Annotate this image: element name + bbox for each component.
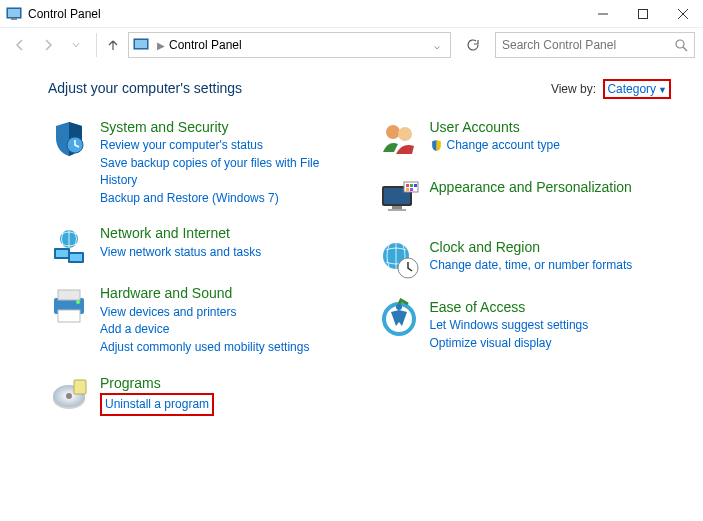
content-area: Adjust your computer's settings View by:…	[0, 62, 703, 434]
svg-point-25	[386, 125, 400, 139]
up-button[interactable]	[96, 33, 120, 57]
category-system-security: System and Security Review your computer…	[48, 118, 342, 206]
chevron-down-icon: ▼	[658, 85, 667, 95]
svg-rect-18	[58, 290, 80, 300]
window-title: Control Panel	[28, 7, 583, 21]
refresh-button[interactable]	[459, 32, 487, 58]
right-column: User Accounts Change account type Appear…	[378, 118, 672, 416]
svg-rect-1	[8, 9, 20, 17]
breadcrumb-text[interactable]: Control Panel	[169, 38, 242, 52]
category-programs: Programs Uninstall a program	[48, 374, 342, 416]
navigation-bar: ▶ Control Panel ⌵	[0, 28, 703, 62]
forward-button[interactable]	[36, 33, 60, 57]
svg-rect-4	[639, 9, 648, 18]
category-link[interactable]: Add a device	[100, 321, 309, 338]
svg-rect-36	[410, 188, 413, 191]
chevron-right-icon: ▶	[157, 40, 165, 51]
address-dropdown[interactable]: ⌵	[428, 40, 446, 51]
category-ease-of-access: Ease of Access Let Windows suggest setti…	[378, 298, 672, 352]
search-input[interactable]	[502, 38, 675, 52]
svg-point-20	[76, 300, 80, 304]
category-title[interactable]: System and Security	[100, 118, 342, 136]
back-button[interactable]	[8, 33, 32, 57]
view-by: View by: Category▼	[551, 82, 671, 96]
category-title[interactable]: Programs	[100, 374, 214, 392]
svg-rect-2	[11, 18, 17, 20]
svg-rect-33	[410, 184, 413, 187]
svg-point-9	[676, 40, 684, 48]
shield-icon	[48, 118, 90, 160]
category-link[interactable]: Save backup copies of your files with Fi…	[100, 155, 342, 189]
svg-rect-19	[58, 310, 80, 322]
category-link[interactable]: Change account type	[447, 137, 560, 154]
svg-rect-32	[406, 184, 409, 187]
category-link[interactable]: View devices and printers	[100, 304, 309, 321]
ease-of-access-icon	[378, 298, 420, 340]
category-link[interactable]: View network status and tasks	[100, 244, 261, 261]
view-by-label: View by:	[551, 82, 596, 96]
category-network-internet: Network and Internet View network status…	[48, 224, 342, 266]
uac-shield-icon	[430, 139, 443, 152]
svg-rect-16	[70, 254, 82, 261]
category-clock-region: Clock and Region Change date, time, or n…	[378, 238, 672, 280]
network-icon	[48, 224, 90, 266]
close-button[interactable]	[663, 0, 703, 28]
view-by-dropdown[interactable]: Category▼	[603, 79, 671, 99]
maximize-button[interactable]	[623, 0, 663, 28]
search-box[interactable]	[495, 32, 695, 58]
svg-rect-35	[406, 188, 409, 191]
svg-rect-8	[135, 40, 147, 48]
category-title[interactable]: Network and Internet	[100, 224, 261, 242]
titlebar: Control Panel	[0, 0, 703, 28]
search-icon[interactable]	[675, 39, 688, 52]
users-icon	[378, 118, 420, 160]
page-heading: Adjust your computer's settings	[48, 80, 551, 96]
svg-line-10	[683, 47, 687, 51]
category-title[interactable]: User Accounts	[430, 118, 560, 136]
category-appearance: Appearance and Personalization	[378, 178, 672, 220]
category-title[interactable]: Hardware and Sound	[100, 284, 309, 302]
category-link[interactable]: Let Windows suggest settings	[430, 317, 589, 334]
recent-dropdown[interactable]	[64, 33, 88, 57]
svg-rect-29	[392, 206, 402, 209]
category-title[interactable]: Clock and Region	[430, 238, 633, 256]
svg-point-26	[398, 127, 412, 141]
disc-icon	[48, 374, 90, 416]
category-title[interactable]: Ease of Access	[430, 298, 589, 316]
monitor-icon	[378, 178, 420, 220]
category-hardware-sound: Hardware and Sound View devices and prin…	[48, 284, 342, 356]
category-link[interactable]: Adjust commonly used mobility settings	[100, 339, 309, 356]
minimize-button[interactable]	[583, 0, 623, 28]
svg-point-23	[66, 393, 72, 399]
svg-rect-34	[414, 184, 417, 187]
category-link[interactable]: Change date, time, or number formats	[430, 257, 633, 274]
control-panel-crumb-icon	[133, 37, 149, 53]
category-title[interactable]: Appearance and Personalization	[430, 178, 632, 196]
category-user-accounts: User Accounts Change account type	[378, 118, 672, 160]
left-column: System and Security Review your computer…	[48, 118, 342, 416]
control-panel-icon	[6, 6, 22, 22]
printer-icon	[48, 284, 90, 326]
svg-rect-30	[388, 209, 406, 211]
svg-point-41	[396, 304, 402, 310]
category-link[interactable]: Backup and Restore (Windows 7)	[100, 190, 342, 207]
window-controls	[583, 0, 703, 28]
uninstall-program-link[interactable]: Uninstall a program	[100, 393, 214, 416]
address-bar[interactable]: ▶ Control Panel ⌵	[128, 32, 451, 58]
category-link[interactable]: Review your computer's status	[100, 137, 342, 154]
svg-rect-14	[56, 250, 68, 257]
svg-rect-24	[74, 380, 86, 394]
category-link[interactable]: Optimize visual display	[430, 335, 589, 352]
clock-globe-icon	[378, 238, 420, 280]
